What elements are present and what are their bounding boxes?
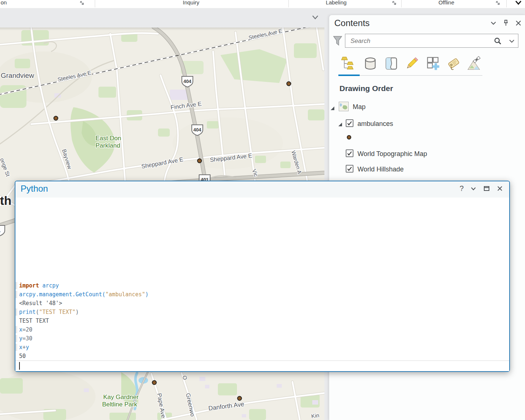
ambulance-point bbox=[287, 82, 291, 86]
ribbon-group-label-inquiry: Inquiry bbox=[167, 0, 215, 6]
maximize-icon[interactable] bbox=[483, 185, 490, 192]
python-line: x+y bbox=[15, 343, 509, 352]
python-line: arcpy.management.GetCount("ambulances") bbox=[15, 290, 509, 299]
contents-search-row bbox=[329, 33, 525, 50]
python-line: print("TEST TEXT") bbox=[15, 308, 509, 316]
ribbon-divider bbox=[401, 0, 402, 7]
ambulance-point bbox=[198, 159, 202, 163]
tree-item-map-label[interactable]: Map bbox=[353, 103, 366, 111]
ribbon-group-label-labeling: Labeling bbox=[312, 0, 360, 6]
python-window: Python ? import arcpyarcpy.management.Ge… bbox=[15, 181, 510, 372]
contents-tabs bbox=[329, 52, 525, 77]
search-dropdown-chevron-icon[interactable] bbox=[508, 38, 515, 44]
python-prompt[interactable] bbox=[15, 361, 509, 371]
arcgis-pro-app: on Inquiry Labeling Offline bbox=[0, 0, 525, 420]
map-label: Kin bbox=[311, 412, 320, 419]
map-thumbnail-icon bbox=[339, 102, 349, 111]
svg-text:1: 1 bbox=[0, 228, 1, 233]
search-box bbox=[345, 34, 518, 48]
map-label: Parkland bbox=[96, 142, 120, 149]
ribbon-divider bbox=[506, 0, 507, 7]
help-icon[interactable]: ? bbox=[460, 185, 464, 192]
ambulance-point bbox=[238, 397, 242, 401]
python-line: TEST TEXT bbox=[15, 316, 509, 325]
close-icon[interactable] bbox=[496, 185, 503, 192]
pane-menu-chevron-icon[interactable] bbox=[490, 19, 497, 27]
svg-text:404: 404 bbox=[183, 79, 191, 84]
map-label: Kay Gardner bbox=[103, 394, 139, 401]
map-label: Beltline Park bbox=[102, 401, 137, 408]
ambulances-symbol-dot[interactable] bbox=[346, 135, 352, 140]
search-icon[interactable] bbox=[494, 37, 502, 45]
tab-list-by-snapping[interactable] bbox=[424, 55, 442, 72]
python-window-title: Python bbox=[21, 184, 48, 194]
highway-shield: 1 bbox=[0, 225, 5, 236]
ribbon-divider bbox=[95, 0, 95, 7]
filter-icon[interactable] bbox=[333, 36, 342, 47]
checkbox-world-hillshade[interactable] bbox=[346, 165, 353, 173]
dialog-launcher-icon[interactable] bbox=[79, 0, 84, 6]
tab-list-by-data-source[interactable] bbox=[362, 55, 379, 72]
dialog-launcher-icon[interactable] bbox=[392, 0, 397, 6]
python-line: <Result '48'> bbox=[15, 299, 509, 308]
ribbon-collapse-chevron-icon[interactable] bbox=[514, 0, 522, 6]
ribbon-divider bbox=[288, 0, 289, 7]
tree-item-world-hillshade[interactable]: World Hillshade bbox=[357, 166, 404, 173]
text-caret bbox=[19, 362, 20, 370]
map-label: onge St bbox=[0, 157, 11, 177]
map-label: East Don bbox=[96, 135, 121, 142]
ribbon: on Inquiry Labeling Offline bbox=[0, 0, 525, 8]
tab-list-by-editing[interactable] bbox=[403, 55, 421, 72]
map-options-chevron-icon[interactable] bbox=[311, 13, 320, 22]
map-label: th bbox=[0, 194, 11, 207]
drawing-order-heading: Drawing Order bbox=[339, 84, 393, 93]
ribbon-group-label-offline: Offline bbox=[422, 0, 470, 6]
map-label: Danforth Ave bbox=[208, 401, 245, 412]
python-line: y=30 bbox=[15, 334, 509, 343]
tabs-baseline bbox=[360, 75, 482, 76]
tree-item-world-topographic-map[interactable]: World Topographic Map bbox=[357, 150, 427, 158]
highway-shield: 404 bbox=[182, 76, 193, 87]
map-label: Grandview bbox=[1, 72, 34, 79]
map-label: Steeles Ave E bbox=[248, 28, 283, 41]
ribbon-group-label: on bbox=[0, 0, 28, 6]
selected-tab-underline bbox=[338, 75, 360, 76]
tab-list-by-labeling[interactable] bbox=[445, 55, 462, 72]
tab-list-by-selection[interactable] bbox=[382, 55, 400, 72]
python-line: x=20 bbox=[15, 325, 509, 334]
window-menu-chevron-icon[interactable] bbox=[470, 185, 477, 192]
expand-arrow-map[interactable] bbox=[331, 105, 335, 109]
tab-list-by-imagery[interactable] bbox=[465, 55, 483, 72]
map-label: Finch Ave E bbox=[170, 101, 202, 111]
python-line: import arcpy bbox=[15, 281, 509, 290]
python-line: 50 bbox=[15, 352, 509, 361]
checkbox-world-topographic-map[interactable] bbox=[346, 149, 353, 157]
ambulance-point bbox=[54, 116, 58, 120]
pane-close-icon[interactable] bbox=[515, 19, 522, 27]
python-transcript[interactable]: import arcpyarcpy.management.GetCount("a… bbox=[15, 198, 509, 371]
search-input[interactable] bbox=[350, 36, 491, 47]
ambulance-point bbox=[152, 381, 157, 385]
map-label: Sheppard Ave E bbox=[141, 156, 184, 170]
contents-pane-title: Contents bbox=[334, 18, 370, 28]
svg-text:404: 404 bbox=[193, 127, 201, 133]
dialog-launcher-icon[interactable] bbox=[495, 0, 500, 6]
map-label: O bbox=[181, 375, 188, 380]
python-window-header[interactable]: Python ? bbox=[15, 181, 509, 198]
pane-pin-icon[interactable] bbox=[502, 19, 510, 27]
expand-arrow-ambulances[interactable] bbox=[338, 122, 342, 126]
checkbox-ambulances[interactable] bbox=[346, 119, 353, 127]
tab-list-by-drawing-order[interactable] bbox=[339, 55, 357, 72]
tree-item-ambulances[interactable]: ambulances bbox=[357, 120, 393, 128]
